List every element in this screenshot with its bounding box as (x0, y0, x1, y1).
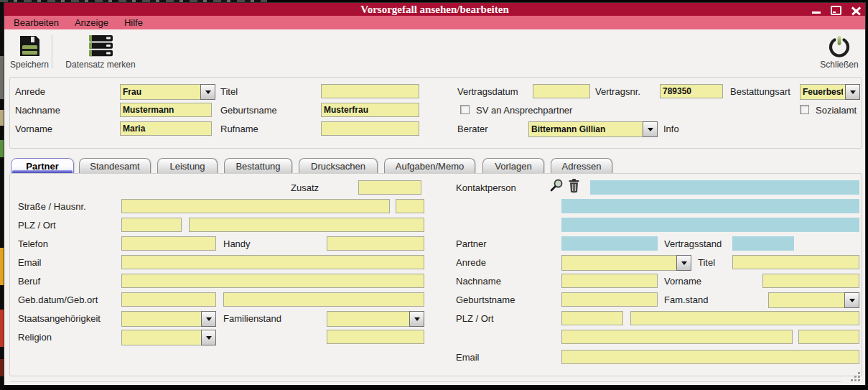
titel-input[interactable] (321, 84, 419, 98)
sozialamt-label: Sozialamt (816, 105, 857, 116)
handy-label: Handy (223, 238, 251, 249)
partner-plz-ort-label: PLZ / Ort (456, 313, 494, 324)
bestattungsart-value[interactable] (800, 84, 845, 100)
berater-combobox[interactable] (528, 121, 658, 136)
staatsangehoerigkeit-label: Staatsangehörigkeit (18, 313, 101, 324)
tab-adressen[interactable]: Adressen (551, 158, 612, 174)
partner-email-input[interactable] (561, 350, 859, 364)
nachname-input[interactable] (120, 103, 212, 117)
plz-input[interactable] (121, 218, 182, 232)
rufname-label: Rufname (220, 124, 258, 134)
remember-record-label: Datensatz merken (65, 60, 135, 70)
strasse-input[interactable] (121, 199, 390, 213)
handy-input[interactable] (327, 236, 424, 251)
partner-ort-input[interactable] (630, 311, 859, 325)
partner-nachname-input[interactable] (561, 274, 658, 288)
partner-famstand-value[interactable] (768, 292, 844, 308)
vertragsnr-label: Vertragsnr. (595, 86, 640, 97)
partner-famstand-combobox[interactable] (768, 292, 859, 307)
bestattungsart-combobox[interactable] (800, 84, 860, 98)
rufname-input[interactable] (321, 121, 419, 136)
sozialamt-checkbox[interactable] (800, 105, 809, 114)
partner-label: Partner (456, 238, 487, 249)
partner-anrede-combobox[interactable] (561, 255, 691, 269)
partner-vorname-input[interactable] (762, 274, 859, 288)
partner-vorname-label: Vorname (664, 276, 701, 287)
telefon-input[interactable] (121, 236, 216, 251)
tab-bestattung[interactable]: Bestattung (224, 158, 292, 174)
ort-input[interactable] (189, 218, 424, 232)
resize-grip-icon[interactable] (851, 372, 861, 382)
anrede-label: Anrede (15, 86, 45, 97)
zusatz-input[interactable] (358, 180, 421, 195)
partner-plz-input[interactable] (561, 311, 623, 325)
status-separator (10, 381, 841, 382)
religion-value[interactable] (121, 330, 201, 345)
berater-value[interactable] (528, 121, 643, 137)
chevron-down-icon[interactable] (409, 311, 424, 327)
kontaktperson-line1-field (590, 180, 859, 195)
religion-label: Religion (18, 332, 52, 343)
partner-famstand-label: Fam.stand (664, 294, 708, 305)
partner-titel-input[interactable] (732, 255, 859, 269)
chevron-down-icon[interactable] (201, 311, 216, 327)
chevron-down-icon[interactable] (200, 84, 215, 100)
tab-standesamt[interactable]: Standesamt (79, 158, 151, 174)
minimize-icon[interactable] (812, 11, 821, 14)
save-button[interactable]: Speichern (9, 34, 50, 70)
email-label: Email (18, 257, 42, 268)
geburtsname-input[interactable] (321, 103, 419, 117)
tab-vorlagen[interactable]: Vorlagen (482, 158, 544, 174)
berater-label: Berater (457, 124, 488, 134)
close-icon[interactable] (851, 6, 861, 15)
window-title: Vorsorgefall ansehen/bearbeiten (4, 4, 865, 16)
partner-address-extra-input[interactable] (561, 330, 793, 344)
familienstand-value[interactable] (327, 311, 409, 327)
anrede-combobox[interactable] (120, 84, 215, 98)
search-icon[interactable] (549, 178, 565, 194)
religion-extra-input[interactable] (327, 330, 424, 344)
chevron-down-icon[interactable] (201, 330, 216, 345)
chevron-down-icon[interactable] (844, 292, 859, 308)
partner-geburtstname-label: Geburtstname (456, 294, 515, 305)
remember-record-button[interactable]: Datensatz merken (57, 34, 144, 70)
gebdatum-input[interactable] (121, 292, 216, 307)
hausnr-input[interactable] (396, 199, 424, 213)
vertragsdatum-input[interactable] (533, 84, 590, 98)
titel-label: Titel (220, 86, 238, 97)
religion-combobox[interactable] (121, 330, 216, 344)
vertragsnr-input[interactable] (660, 84, 723, 98)
chevron-down-icon[interactable] (845, 84, 860, 100)
partner-anrede-value[interactable] (561, 255, 676, 271)
gebort-input[interactable] (223, 292, 424, 307)
chevron-down-icon[interactable] (643, 121, 658, 137)
vertragsstand-field (732, 236, 794, 251)
kontaktperson-line3-field (561, 218, 859, 232)
staatsangehoerigkeit-combobox[interactable] (121, 311, 216, 325)
menu-bearbeiten[interactable]: Bearbeiten (14, 17, 59, 28)
trash-icon[interactable] (568, 178, 580, 193)
tab-leistung[interactable]: Leistung (157, 158, 218, 174)
chevron-down-icon[interactable] (676, 255, 691, 271)
menu-anzeige[interactable]: Anzeige (75, 17, 108, 28)
close-window-label: Schließen (820, 60, 858, 70)
tab-drucksachen[interactable]: Drucksachen (299, 158, 378, 174)
email-input[interactable] (121, 255, 424, 269)
partner-address-extra2-input[interactable] (798, 330, 859, 344)
floppy-save-icon (17, 34, 42, 58)
beruf-label: Beruf (18, 276, 40, 287)
vorname-input[interactable] (120, 121, 212, 136)
staatsangehoerigkeit-value[interactable] (121, 311, 201, 327)
tab-aufgaben-memo[interactable]: Aufgaben/Memo (384, 158, 475, 174)
partner-tab-panel: Zusatz Straße / Hausnr. PLZ / Ort Telefo… (9, 173, 862, 376)
anrede-value[interactable] (120, 84, 200, 100)
maximize-icon[interactable] (831, 6, 841, 15)
menu-hilfe[interactable]: Hilfe (124, 17, 143, 28)
familienstand-combobox[interactable] (327, 311, 424, 325)
partner-geburtstname-input[interactable] (561, 292, 658, 307)
close-window-button[interactable]: Schließen (816, 34, 863, 70)
beruf-input[interactable] (121, 274, 424, 288)
sv-an-ansprechpartner-checkbox[interactable] (460, 105, 470, 114)
tab-partner[interactable]: Partner (11, 158, 74, 174)
title-bar[interactable]: Vorsorgefall ansehen/bearbeiten (4, 3, 865, 16)
